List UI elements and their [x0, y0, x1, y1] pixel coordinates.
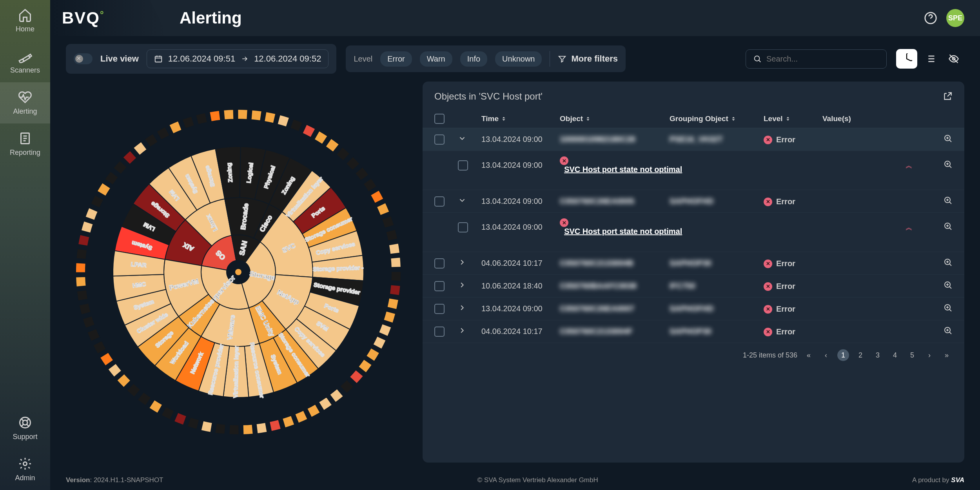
- level-badge: ✕Error: [764, 282, 795, 291]
- toolbar: ✕ Live view 12.06.2024 09:51 12.06.2024 …: [50, 36, 980, 82]
- cell-object: C050760BAAFC0038: [560, 281, 637, 290]
- alert-link[interactable]: SVC Host port state not optimal: [564, 165, 682, 174]
- col-grouping[interactable]: Grouping Object: [670, 114, 764, 123]
- sidebar-item-alerting[interactable]: Alerting: [0, 82, 50, 123]
- chip-unknown[interactable]: Unknown: [495, 51, 542, 67]
- more-filters-button[interactable]: More filters: [558, 54, 618, 64]
- zoom-icon[interactable]: [943, 221, 953, 231]
- page-prev[interactable]: ‹: [820, 349, 832, 361]
- sunburst-chart[interactable]: OSAIXSystemLVMStorageLinuxLVMSystemStora…: [66, 82, 411, 463]
- page-5[interactable]: 5: [906, 349, 918, 361]
- row-checkbox[interactable]: [434, 196, 445, 207]
- table-row[interactable]: 13.04.2024 09:00 C050760C26EA0007 SAPHOF…: [423, 298, 964, 320]
- cell-object: C050760C26EA0007: [560, 304, 634, 313]
- priority-icon[interactable]: ︽: [906, 223, 913, 231]
- table-row[interactable]: 13.04.2024 09:00 10000010982180C28 PSE16…: [423, 128, 964, 151]
- document-icon: [18, 131, 32, 145]
- zoom-icon[interactable]: [943, 258, 953, 267]
- level-label: Level: [354, 54, 372, 64]
- col-level[interactable]: Level: [764, 114, 822, 123]
- live-label: Live view: [100, 54, 139, 64]
- level-badge: ✕Error: [764, 197, 795, 206]
- date-to: 12.06.2024 09:52: [254, 54, 321, 64]
- table-row[interactable]: 04.06.2024 10:17 C050760C2133004B SAPHOP…: [423, 252, 964, 275]
- table-row[interactable]: 13.04.2024 09:00 C050760C26EA0005 SAPHOF…: [423, 190, 964, 213]
- view-list-button[interactable]: [920, 49, 941, 69]
- col-object[interactable]: Object: [560, 114, 670, 123]
- cell-grouping: IFC750: [670, 281, 695, 290]
- view-chart-button[interactable]: [896, 49, 917, 69]
- live-toggle[interactable]: ✕: [74, 53, 93, 64]
- cell-time: 04.06.2024 10:17: [481, 327, 560, 336]
- export-icon[interactable]: [942, 91, 953, 102]
- expand-toggle[interactable]: [458, 281, 466, 289]
- col-time[interactable]: Time: [481, 114, 560, 123]
- row-checkbox[interactable]: [458, 160, 468, 171]
- cell-object: C050760C26EA0005: [560, 197, 634, 205]
- page-2[interactable]: 2: [855, 349, 866, 361]
- error-icon: ✕: [764, 305, 772, 314]
- cell-grouping: SAPHOP30: [670, 327, 711, 336]
- header: BVQ° Alerting SPE: [50, 0, 980, 36]
- chevron-right-icon: [458, 303, 466, 312]
- search-box[interactable]: [746, 49, 887, 69]
- sidebar-item-admin[interactable]: Admin: [0, 449, 50, 490]
- zoom-icon[interactable]: [943, 303, 953, 312]
- sort-icon: [731, 116, 736, 122]
- table-row[interactable]: 13.04.2024 09:00 ✕ SVC Host port state n…: [423, 213, 964, 252]
- avatar[interactable]: SPE: [946, 9, 964, 27]
- zoom-icon[interactable]: [943, 196, 953, 205]
- sidebar-label: Scanners: [10, 66, 40, 74]
- page-3[interactable]: 3: [872, 349, 884, 361]
- expand-toggle[interactable]: [458, 258, 466, 267]
- chip-info[interactable]: Info: [460, 51, 487, 67]
- more-filters-label: More filters: [571, 54, 618, 64]
- page-1[interactable]: 1: [837, 349, 849, 361]
- expand-toggle[interactable]: [458, 134, 466, 143]
- expand-toggle[interactable]: [458, 326, 466, 335]
- table-row[interactable]: 04.06.2024 10:17 C050760C2133004F SAPHOP…: [423, 320, 964, 343]
- date-range-picker[interactable]: 12.06.2024 09:51 12.06.2024 09:52: [147, 49, 329, 68]
- sidebar-item-support[interactable]: Support: [0, 408, 50, 449]
- row-checkbox[interactable]: [434, 134, 445, 145]
- zoom-icon[interactable]: [943, 326, 953, 335]
- cell-time: 13.04.2024 09:00: [481, 135, 560, 144]
- sidebar-label: Alerting: [13, 107, 37, 116]
- row-checkbox[interactable]: [434, 258, 445, 269]
- row-checkbox[interactable]: [434, 304, 445, 314]
- cell-time: 13.04.2024 09:00: [481, 223, 560, 232]
- chip-error[interactable]: Error: [380, 51, 412, 67]
- page-next[interactable]: ›: [924, 349, 935, 361]
- help-button[interactable]: [923, 10, 938, 26]
- sort-icon: [785, 116, 791, 122]
- row-checkbox[interactable]: [434, 327, 445, 337]
- alert-link[interactable]: SVC Host port state not optimal: [564, 227, 682, 236]
- zoom-icon[interactable]: [943, 160, 953, 169]
- sidebar-item-home[interactable]: Home: [0, 0, 50, 41]
- search-input[interactable]: [766, 54, 879, 64]
- page-4[interactable]: 4: [889, 349, 901, 361]
- view-hide-button[interactable]: [943, 49, 964, 69]
- zoom-icon[interactable]: [943, 280, 953, 290]
- telescope-icon: [18, 49, 32, 63]
- page-last[interactable]: »: [941, 349, 953, 361]
- sidebar: Home Scanners Alerting Reporting Support…: [0, 0, 50, 490]
- row-checkbox[interactable]: [458, 222, 468, 232]
- priority-icon[interactable]: ︽: [906, 162, 913, 169]
- sidebar-item-scanners[interactable]: Scanners: [0, 41, 50, 82]
- expand-toggle[interactable]: [458, 196, 466, 205]
- sidebar-item-reporting[interactable]: Reporting: [0, 123, 50, 165]
- cell-grouping: SAPHOP30: [670, 259, 711, 267]
- list-icon: [925, 53, 936, 64]
- chip-warn[interactable]: Warn: [420, 51, 452, 67]
- zoom-icon[interactable]: [943, 134, 953, 143]
- cell-time: 10.06.2024 18:40: [481, 281, 560, 290]
- expand-toggle[interactable]: [458, 303, 466, 312]
- level-badge: ✕Error: [764, 305, 795, 314]
- select-all-checkbox[interactable]: [434, 114, 445, 124]
- row-checkbox[interactable]: [434, 281, 445, 291]
- table-row[interactable]: 10.06.2024 18:40 C050760BAAFC0038 IFC750…: [423, 275, 964, 298]
- table-row[interactable]: 13.04.2024 09:00 ✕ SVC Host port state n…: [423, 151, 964, 190]
- page-first[interactable]: «: [803, 349, 815, 361]
- svg-point-3: [24, 462, 27, 466]
